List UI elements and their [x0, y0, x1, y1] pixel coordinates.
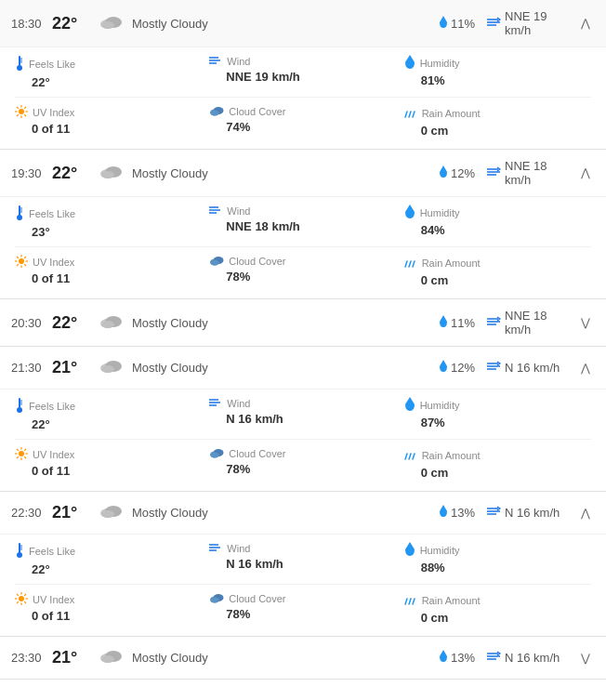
- thermometer-icon: [15, 397, 24, 416]
- svg-point-78: [19, 451, 24, 456]
- wind-detail-value: NNE 18 km/h: [209, 219, 396, 233]
- weather-main-row[interactable]: 19:30 22° Mostly Cloudy 12% NNE 18 km/h …: [0, 150, 606, 196]
- wind-detail-label: Wind: [209, 542, 396, 555]
- uv-index-item: UV Index 0 of 11: [15, 592, 202, 625]
- svg-line-28: [413, 112, 415, 117]
- weather-detail-panel: Feels Like 23° Wind NNE 18 km/h: [0, 196, 606, 298]
- rain-amount-label: Rain Amount: [404, 592, 591, 609]
- humidity-value: 84%: [404, 223, 591, 237]
- precip-icon: [439, 360, 448, 376]
- cloud-icon: [95, 162, 128, 185]
- rain-amount-value: 0 cm: [404, 273, 591, 287]
- svg-point-95: [101, 510, 114, 518]
- wind-detail-value: NNE 19 km/h: [209, 70, 396, 84]
- feels-like-item: Feels Like 22°: [15, 397, 202, 431]
- humidity-value: 87%: [404, 416, 591, 429]
- svg-rect-35: [19, 205, 20, 216]
- svg-point-71: [17, 407, 22, 413]
- time-label: 19:30: [11, 166, 52, 180]
- expand-chevron[interactable]: ⋁: [576, 316, 595, 329]
- precipitation: 13%: [439, 505, 487, 521]
- wind-detail-item: Wind NNE 18 km/h: [209, 205, 396, 239]
- cloud-cover-label: Cloud Cover: [209, 255, 396, 268]
- svg-line-90: [405, 454, 407, 459]
- svg-line-84: [24, 456, 26, 458]
- rain-amount-item: Rain Amount 0 cm: [404, 447, 591, 480]
- wind-detail-value: N 16 km/h: [209, 557, 396, 571]
- weather-main-row[interactable]: 22:30 21° Mostly Cloudy 13% N 16 km/h ⋀: [0, 492, 606, 534]
- wind-detail-value: N 16 km/h: [209, 412, 396, 426]
- svg-point-118: [211, 598, 219, 603]
- wind-detail-label: Wind: [209, 205, 396, 218]
- rain-icon: [404, 105, 417, 122]
- svg-line-26: [405, 112, 407, 117]
- condition-label: Mostly Cloudy: [128, 506, 439, 520]
- weather-main-row[interactable]: 21:30 21° Mostly Cloudy 12% N 16 km/h ⋀: [0, 347, 606, 389]
- svg-point-2: [101, 21, 114, 29]
- feels-like-value: 22°: [15, 417, 202, 431]
- svg-line-19: [17, 107, 19, 109]
- uv-index-label: UV Index: [15, 105, 202, 120]
- weather-row: 20:30 22° Mostly Cloudy 11% NNE 18 km/h …: [0, 299, 606, 347]
- feels-like-value: 23°: [15, 225, 202, 239]
- svg-point-89: [211, 453, 219, 458]
- wind-detail-icon: [209, 55, 222, 68]
- cloud-cover-item: Cloud Cover 78%: [209, 447, 396, 480]
- precip-icon: [439, 650, 448, 666]
- precip-icon: [439, 315, 448, 331]
- condition-label: Mostly Cloudy: [128, 316, 439, 330]
- svg-point-54: [211, 260, 219, 266]
- precip-icon: [439, 505, 448, 521]
- expand-chevron[interactable]: ⋀: [576, 362, 595, 375]
- expand-chevron[interactable]: ⋀: [576, 17, 595, 30]
- rain-amount-item: Rain Amount 0 cm: [404, 255, 591, 287]
- uv-index-item: UV Index 0 of 11: [15, 105, 202, 138]
- svg-rect-99: [19, 543, 20, 553]
- cloud-cover-item: Cloud Cover 74%: [209, 105, 396, 138]
- uv-icon: [15, 255, 28, 270]
- svg-line-113: [24, 601, 26, 603]
- rain-icon: [404, 255, 417, 271]
- expand-chevron[interactable]: ⋀: [576, 166, 595, 179]
- weather-main-row[interactable]: 20:30 22° Mostly Cloudy 11% NNE 18 km/h …: [0, 299, 606, 346]
- rain-amount-label: Rain Amount: [404, 255, 591, 271]
- weather-row: 22:30 21° Mostly Cloudy 13% N 16 km/h ⋀: [0, 492, 606, 637]
- svg-line-51: [17, 264, 19, 266]
- svg-line-114: [24, 594, 26, 596]
- wind-detail-icon: [209, 205, 222, 218]
- wind-detail-item: Wind N 16 km/h: [209, 397, 396, 431]
- condition-label: Mostly Cloudy: [128, 361, 439, 375]
- cloud-detail-icon: [209, 105, 224, 118]
- temperature: 21°: [52, 358, 95, 377]
- wind-icon: [487, 17, 502, 31]
- wind-info: NNE 19 km/h: [487, 9, 576, 37]
- cloud-cover-value: 74%: [209, 120, 396, 134]
- weather-main-row[interactable]: 18:30 22° Mostly Cloudy 11% NNE 19 km/h …: [0, 0, 606, 46]
- svg-point-7: [17, 65, 22, 71]
- humidity-item: Humidity 88%: [404, 542, 591, 576]
- uv-index-value: 0 of 11: [15, 464, 202, 478]
- cloud-cover-label: Cloud Cover: [209, 592, 396, 605]
- svg-point-14: [19, 109, 24, 114]
- precipitation: 12%: [439, 360, 487, 376]
- temperature: 22°: [52, 14, 95, 33]
- cloud-cover-label: Cloud Cover: [209, 105, 396, 118]
- svg-line-57: [413, 261, 415, 267]
- thermometer-icon: [15, 205, 24, 223]
- svg-point-60: [101, 321, 114, 328]
- rain-amount-value: 0 cm: [404, 611, 591, 625]
- weather-row: 18:30 22° Mostly Cloudy 11% NNE 19 km/h …: [0, 0, 606, 150]
- temperature: 21°: [52, 648, 95, 667]
- wind-detail-icon: [209, 542, 222, 555]
- weather-main-row[interactable]: 23:30 21° Mostly Cloudy 13% N 16 km/h ⋁: [0, 637, 606, 679]
- svg-line-55: [405, 261, 407, 267]
- wind-info: N 16 km/h: [487, 651, 576, 665]
- uv-index-value: 0 of 11: [15, 609, 202, 623]
- svg-line-112: [17, 594, 19, 596]
- weather-row: 19:30 22° Mostly Cloudy 12% NNE 18 km/h …: [0, 150, 606, 299]
- svg-line-121: [413, 599, 415, 604]
- cloud-detail-icon: [209, 592, 224, 605]
- expand-chevron[interactable]: ⋀: [576, 507, 595, 520]
- expand-chevron[interactable]: ⋁: [576, 652, 595, 665]
- cloud-cover-value: 78%: [209, 607, 396, 621]
